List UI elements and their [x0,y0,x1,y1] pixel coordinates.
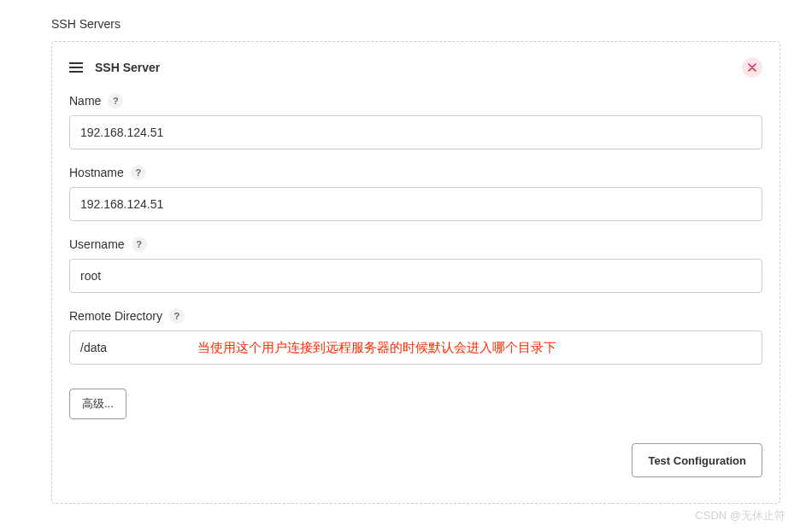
field-name: Name ? [69,93,762,149]
field-remote-directory: Remote Directory ? 当使用这个用户连接到远程服务器的时候默认会… [69,308,762,365]
watermark: CSDN @无休止符 [695,508,785,523]
hostname-input[interactable] [69,187,762,221]
help-icon[interactable]: ? [108,93,123,108]
field-username: Username ? [69,237,762,293]
page-title: SSH Servers [51,17,780,31]
help-icon[interactable]: ? [169,308,185,324]
username-label: Username [69,237,125,251]
field-hostname: Hostname ? [69,165,762,221]
help-icon[interactable]: ? [131,165,146,180]
name-label: Name [69,94,101,108]
close-icon [748,63,756,72]
panel-title: SSH Server [95,61,160,74]
username-input[interactable] [69,259,762,293]
test-configuration-button[interactable]: Test Configuration [632,443,762,477]
panel-header: SSH Server [69,57,762,78]
name-input[interactable] [69,115,762,149]
panel-header-left: SSH Server [69,61,160,74]
remote-directory-label: Remote Directory [69,309,162,323]
remote-directory-input[interactable] [69,330,762,365]
advanced-button[interactable]: 高级... [69,389,126,419]
hostname-label: Hostname [69,166,124,179]
drag-handle-icon[interactable] [69,62,83,73]
ssh-server-panel: SSH Server Name ? Hostname ? Username ? [51,41,780,504]
close-button[interactable] [742,57,762,78]
help-icon[interactable]: ? [132,237,147,252]
